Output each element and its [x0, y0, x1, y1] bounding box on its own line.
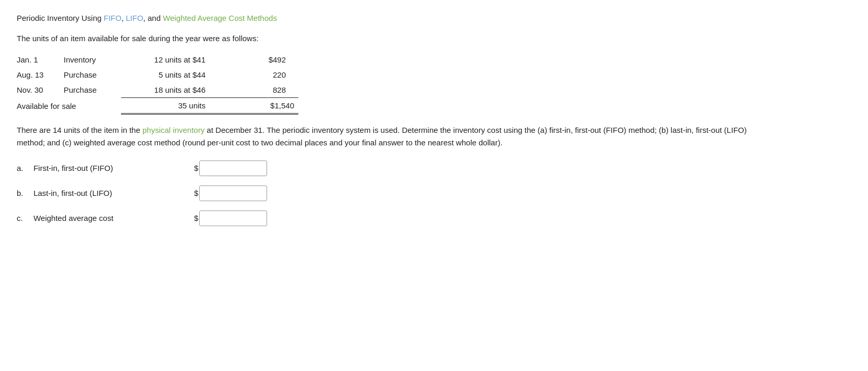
fifo-input[interactable] [199, 160, 267, 176]
row-type: Purchase [64, 67, 121, 82]
row-amount: 220 [210, 67, 298, 82]
total-qty: 35 units [121, 97, 210, 114]
wac-label-text: c. Weighted average cost [17, 214, 194, 222]
wac-letter: c. [17, 214, 31, 222]
fifo-answer-row: a. First-in, first-out (FIFO) $ [17, 160, 851, 176]
lifo-dollar-sign: $ [194, 189, 198, 197]
table-row-total: Available for sale 35 units $1,540 [17, 97, 298, 114]
wac-answer-row: c. Weighted average cost $ [17, 211, 851, 226]
row-amount: $492 [210, 52, 298, 67]
fifo-dollar-sign: $ [194, 164, 198, 172]
wac-label: Weighted Average Cost Methods [163, 14, 277, 22]
inventory-table: Jan. 1 Inventory 12 units at $41 $492 Au… [17, 52, 298, 115]
table-row: Nov. 30 Purchase 18 units at $46 828 [17, 82, 298, 98]
lifo-label-text: b. Last-in, first-out (LIFO) [17, 189, 194, 197]
row-date: Jan. 1 [17, 52, 64, 67]
table-row: Aug. 13 Purchase 5 units at $44 220 [17, 67, 298, 82]
title-prefix: Periodic Inventory Using [17, 14, 104, 22]
fifo-method-label: First-in, first-out (FIFO) [33, 164, 113, 172]
fifo-label: FIFO [104, 14, 122, 22]
description-paragraph: There are 14 units of the item in the ph… [17, 124, 747, 149]
row-type: Purchase [64, 82, 121, 98]
title-comma1: , [122, 14, 126, 22]
lifo-answer-row: b. Last-in, first-out (LIFO) $ [17, 186, 851, 201]
table-row: Jan. 1 Inventory 12 units at $41 $492 [17, 52, 298, 67]
total-amount: $1,540 [210, 97, 298, 114]
row-qty-units: 12 units at $41 [121, 52, 210, 67]
fifo-label-text: a. First-in, first-out (FIFO) [17, 164, 194, 172]
row-amount: 828 [210, 82, 298, 98]
lifo-method-label: Last-in, first-out (LIFO) [33, 189, 112, 197]
title-rest: , and [143, 14, 163, 22]
wac-input[interactable] [199, 211, 267, 226]
physical-inventory-highlight: physical inventory [142, 126, 204, 134]
intro-text: The units of an item available for sale … [17, 34, 851, 43]
row-type: Inventory [64, 52, 121, 67]
row-date: Aug. 13 [17, 67, 64, 82]
answer-section: a. First-in, first-out (FIFO) $ b. Last-… [17, 160, 851, 226]
row-qty-units: 18 units at $46 [121, 82, 210, 98]
lifo-input[interactable] [199, 186, 267, 201]
row-qty-units: 5 units at $44 [121, 67, 210, 82]
fifo-letter: a. [17, 164, 31, 172]
page-title: Periodic Inventory Using FIFO, LIFO, and… [17, 13, 851, 24]
available-label: Available for sale [17, 97, 121, 114]
lifo-label: LIFO [126, 14, 143, 22]
wac-dollar-sign: $ [194, 214, 198, 222]
row-date: Nov. 30 [17, 82, 64, 98]
lifo-letter: b. [17, 189, 31, 197]
wac-method-label: Weighted average cost [33, 214, 113, 222]
